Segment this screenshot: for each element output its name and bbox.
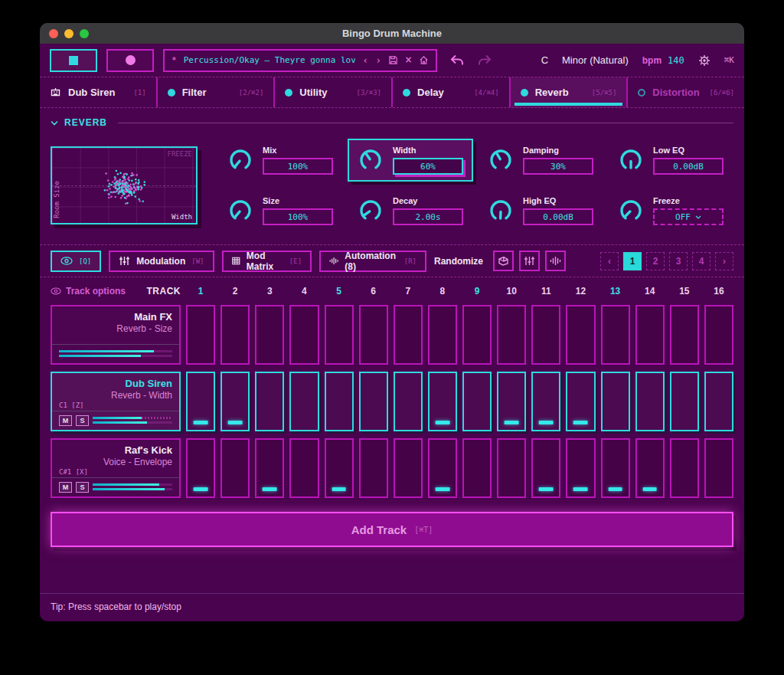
knob-control-mix[interactable]: Mix100% [217, 139, 343, 182]
step-cell-dub-siren-5[interactable] [325, 372, 354, 431]
step-cell-raf-s-kick-11[interactable] [531, 438, 560, 498]
step-cell-raf-s-kick-6[interactable] [359, 438, 388, 498]
step-cell-raf-s-kick-8[interactable] [428, 438, 457, 498]
step-cell-main-fx-12[interactable] [566, 305, 595, 365]
solo-button[interactable]: S [76, 415, 89, 426]
modulation-button[interactable]: Modulation[W] [109, 251, 214, 272]
tab-filter[interactable]: Filter[2/⌘2] [158, 77, 276, 107]
knob-width[interactable] [357, 146, 384, 174]
knob-high-eq[interactable] [487, 197, 514, 224]
knob-mix[interactable] [227, 146, 254, 174]
step-cell-dub-siren-10[interactable] [497, 372, 526, 431]
step-cell-raf-s-kick-1[interactable] [186, 438, 215, 498]
knob-value-low-eq[interactable]: 0.00dB [653, 158, 724, 175]
step-cell-main-fx-6[interactable] [359, 305, 388, 365]
reverb-section-header[interactable]: REVERB [51, 117, 733, 128]
knob-value-damping[interactable]: 30% [523, 158, 593, 175]
step-cell-main-fx-4[interactable] [289, 305, 318, 365]
step-cell-main-fx-1[interactable] [186, 305, 215, 365]
step-cell-main-fx-9[interactable] [462, 305, 492, 365]
step-cell-raf-s-kick-16[interactable] [704, 438, 733, 498]
step-cell-dub-siren-8[interactable] [428, 372, 457, 431]
knob-value-width[interactable]: 60% [393, 158, 463, 175]
tab-reverb[interactable]: Reverb[5/⌘5] [511, 77, 629, 107]
command-palette-shortcut[interactable]: ⌘K [724, 55, 734, 65]
step-cell-dub-siren-14[interactable] [635, 372, 665, 431]
randomize-sliders-button[interactable] [519, 251, 540, 271]
knob-size[interactable] [227, 197, 254, 224]
history-forward-icon[interactable]: › [375, 55, 381, 65]
redo-icon[interactable] [477, 54, 492, 67]
knob-control-decay[interactable]: Decay2.00s [348, 189, 473, 232]
knob-control-damping[interactable]: Damping30% [478, 139, 603, 182]
step-cell-main-fx-10[interactable] [497, 305, 526, 365]
track-panel-dub-siren[interactable]: Dub SirenReverb - WidthC1 [Z]MS [51, 372, 181, 431]
record-button[interactable] [106, 49, 154, 72]
step-cell-raf-s-kick-14[interactable] [635, 438, 665, 498]
step-cell-raf-s-kick-15[interactable] [670, 438, 699, 498]
step-cell-dub-siren-7[interactable] [394, 372, 423, 431]
step-cell-main-fx-13[interactable] [601, 305, 630, 365]
knob-value-freeze[interactable]: OFF [653, 208, 724, 225]
step-cell-dub-siren-15[interactable] [670, 372, 699, 431]
knob-control-high-eq[interactable]: High EQ0.00dB [478, 189, 603, 232]
tab-dub-siren[interactable]: Dub Siren[1] [40, 77, 158, 107]
step-cell-dub-siren-11[interactable] [531, 372, 560, 431]
knob-freeze[interactable] [617, 197, 645, 224]
randomize-waveform-button[interactable] [545, 251, 566, 271]
knob-control-freeze[interactable]: FreezeOFF [608, 189, 733, 232]
step-cell-main-fx-16[interactable] [704, 305, 733, 365]
step-cell-raf-s-kick-7[interactable] [394, 438, 423, 498]
step-cell-main-fx-3[interactable] [255, 305, 284, 365]
key-root-selector[interactable]: C [541, 54, 548, 66]
pager-prev-button[interactable]: ‹ [600, 252, 619, 270]
step-cell-raf-s-kick-5[interactable] [325, 438, 354, 498]
page-button-4[interactable]: 4 [692, 252, 710, 270]
knob-value-mix[interactable]: 100% [263, 158, 333, 175]
close-project-icon[interactable]: × [405, 54, 412, 66]
reverb-xy-pad[interactable]: FREEZE Width Room Size [51, 146, 198, 224]
step-cell-dub-siren-12[interactable] [566, 372, 595, 431]
step-cell-dub-siren-1[interactable] [186, 372, 215, 431]
step-cell-main-fx-11[interactable] [531, 305, 560, 365]
track-options-button[interactable]: Track options [51, 286, 126, 297]
step-cell-main-fx-5[interactable] [325, 305, 354, 365]
page-button-1[interactable]: 1 [623, 252, 642, 270]
pager-next-button[interactable]: › [715, 252, 733, 270]
tab-distortion[interactable]: Distortion[6/⌘6] [628, 77, 744, 107]
step-cell-raf-s-kick-10[interactable] [497, 438, 526, 498]
step-cell-dub-siren-9[interactable] [462, 372, 492, 431]
knob-damping[interactable] [487, 146, 514, 174]
knob-control-low-eq[interactable]: Low EQ0.00dB [608, 139, 733, 182]
mute-button[interactable]: M [59, 482, 72, 493]
step-cell-main-fx-15[interactable] [670, 305, 699, 365]
step-cell-raf-s-kick-2[interactable] [220, 438, 250, 498]
knob-control-width[interactable]: Width60% [348, 139, 473, 182]
key-scale-selector[interactable]: Minor (Natural) [562, 54, 629, 66]
tab-delay[interactable]: Delay[4/⌘4] [393, 77, 511, 107]
mute-button[interactable]: M [59, 415, 72, 426]
knob-value-size[interactable]: 100% [263, 208, 333, 225]
history-back-icon[interactable]: ‹ [362, 55, 368, 65]
bpm-value[interactable]: 140 [668, 55, 684, 66]
knob-value-decay[interactable]: 2.00s [393, 208, 463, 225]
automation-8-button[interactable]: Automation (8)[R] [319, 251, 426, 272]
page-button-3[interactable]: 3 [669, 252, 688, 270]
step-cell-main-fx-8[interactable] [428, 305, 457, 365]
step-cell-dub-siren-2[interactable] [220, 372, 250, 431]
knob-control-size[interactable]: Size100% [217, 189, 343, 232]
step-cell-dub-siren-6[interactable] [359, 372, 388, 431]
knob-decay[interactable] [357, 197, 384, 224]
step-cell-main-fx-14[interactable] [635, 305, 665, 365]
track-panel-raf-s-kick[interactable]: Raf's KickVoice - EnvelopeC#1 [X]MS [51, 438, 181, 498]
home-icon[interactable] [419, 55, 429, 65]
step-cell-raf-s-kick-13[interactable] [601, 438, 630, 498]
step-cell-main-fx-2[interactable] [220, 305, 250, 365]
page-button-2[interactable]: 2 [646, 252, 665, 270]
step-cell-raf-s-kick-9[interactable] [462, 438, 492, 498]
settings-gear-icon[interactable] [698, 54, 710, 67]
mod-matrix-button[interactable]: Mod Matrix[E] [222, 251, 312, 272]
view-visibility-button[interactable]: [Q] [51, 251, 101, 272]
step-cell-dub-siren-16[interactable] [704, 372, 733, 431]
add-track-button[interactable]: Add Track [⌘T] [51, 512, 733, 547]
